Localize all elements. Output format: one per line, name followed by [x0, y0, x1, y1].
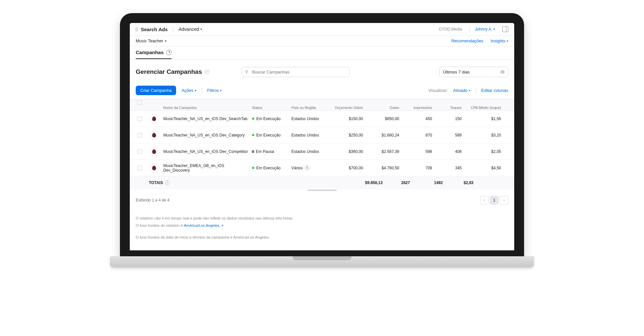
campaign-cpa: $3,20 [464, 133, 503, 137]
pagination-prev[interactable]: ‹ [480, 196, 489, 204]
table-row[interactable]: MusicTeacher_NA_US_en_iOS Dev_Competitor… [130, 143, 514, 160]
search-icon: ⚲ [245, 70, 248, 74]
totals-spend: $9.858,13 [365, 180, 401, 185]
nav-insights-label: Insights [491, 38, 505, 43]
campaign-name[interactable]: MusicTeacher_EMEA_GB_en_iOS Dev_Discover… [161, 163, 250, 173]
campaign-region: Estados Unidos [289, 116, 329, 121]
campaign-budget: $360,00 [329, 149, 365, 154]
breadcrumb-app-label: Music Teacher [136, 38, 163, 43]
tab-campaigns[interactable]: Campanhas [136, 50, 172, 59]
col-region[interactable]: País ou Região [289, 106, 329, 110]
campaign-taps: 150 [434, 116, 464, 121]
chevron-down-icon: ▾ [507, 39, 508, 43]
campaign-cpa: $2,05 [464, 149, 503, 154]
nav-insights[interactable]: Insights ▾ [491, 38, 508, 43]
filters-dropdown[interactable]: Filtros ▾ [207, 88, 222, 93]
pagination-info: Exibindo 1 a 4 de 4 [136, 198, 170, 202]
campaign-impressions: 709 [401, 166, 434, 170]
campaign-region: Estados Unidos [289, 149, 329, 154]
search-input[interactable] [242, 67, 350, 77]
campaign-impressions: 870 [401, 133, 434, 137]
footer-line-2: O fuso horário do relatório é América/Lo… [136, 222, 508, 229]
edit-columns-button[interactable]: Editar colunas [481, 88, 508, 93]
help-icon[interactable]: ? [205, 70, 209, 74]
footer-line-3: O fuso horário da data de início e térmi… [136, 234, 508, 241]
org-name: OTOD Media [439, 27, 462, 32]
pagination-next[interactable]: › [500, 196, 508, 204]
campaign-taps: 408 [434, 149, 464, 154]
col-taps[interactable]: Toques [434, 106, 464, 110]
status-running-icon [252, 134, 254, 136]
select-all-checkbox[interactable] [137, 100, 142, 105]
divider [476, 88, 476, 94]
date-range-picker[interactable]: Últimos 7 dias 📅︎ [439, 67, 508, 77]
help-icon[interactable]: ? [165, 180, 170, 185]
col-impressions[interactable]: Impressões [401, 106, 434, 110]
totals-impressions: 2627 [401, 180, 434, 185]
campaign-status: Em Pausa [252, 149, 288, 154]
nav-recommendations[interactable]: Recomendações [451, 38, 484, 43]
actions-dropdown[interactable]: Ações ▾ [181, 88, 196, 93]
divider [173, 26, 173, 32]
user-menu[interactable]: Johnny A. ▾ [475, 27, 495, 32]
table-row[interactable]: MusicTeacher_EMEA_GB_en_iOS Dev_Discover… [130, 160, 514, 176]
action-row: Criar Campanha Ações ▾ Filtros ▾ Visuali… [130, 82, 514, 99]
row-checkbox[interactable] [137, 133, 142, 137]
pagination: ‹ 1 › [480, 196, 508, 204]
status-label: Em Execução [256, 133, 281, 137]
col-spend[interactable]: Gasto [365, 106, 401, 110]
tabs-row: Campanhas [130, 46, 514, 59]
pagination-row: Exibindo 1 a 4 de 4 ‹ 1 › [130, 191, 514, 209]
row-checkbox[interactable] [137, 166, 142, 170]
status-label: Em Execução [256, 116, 281, 121]
campaign-name[interactable]: MusicTeacher_NA_US_en_iOS Dev_Competitor [161, 149, 250, 154]
status-running-icon [252, 167, 254, 169]
campaign-impressions: 598 [401, 149, 434, 154]
app-breadcrumb[interactable]: Music Teacher ▾ [136, 38, 167, 43]
tier-dropdown[interactable]: Advanced ▾ [178, 27, 202, 32]
status-label: Em Pausa [256, 149, 274, 154]
col-budget[interactable]: Orçamento Diário [329, 106, 365, 110]
pagination-page-1[interactable]: 1 [490, 196, 498, 204]
table-header-row: Nome da Campanha Status País ou Região O… [130, 99, 514, 111]
view-toggle[interactable]: Ativado ▾ [453, 88, 470, 93]
campaign-spend: $2.567,39 [365, 149, 401, 154]
create-campaign-button[interactable]: Criar Campanha [136, 86, 176, 95]
campaign-status: Em Execução [252, 166, 288, 170]
campaign-budget: $250,00 [329, 133, 365, 137]
row-checkbox[interactable] [137, 116, 142, 121]
history-icon[interactable] [166, 50, 172, 55]
app-icon [150, 131, 158, 139]
chevron-down-icon: ▾ [220, 89, 222, 92]
campaign-name[interactable]: MusicTeacher_NA_US_en_iOS Dev_SearchTab [161, 116, 250, 121]
col-name[interactable]: Nome da Campanha [147, 106, 250, 110]
timezone-link[interactable]: América/Los Angeles. ▾ [184, 222, 223, 229]
table-row[interactable]: MusicTeacher_NA_US_en_iOS Dev_SearchTab … [130, 111, 514, 127]
app-subheader: Music Teacher ▾ Recomendações Insights ▾ [130, 36, 514, 46]
report-footer: O relatório não é em tempo real e pode n… [130, 209, 514, 250]
row-checkbox[interactable] [137, 149, 142, 154]
divider [202, 88, 202, 94]
search-campaigns[interactable]: ⚲ [242, 67, 350, 77]
filters-label: Filtros [207, 88, 219, 93]
col-status[interactable]: Status [250, 106, 289, 110]
campaign-name[interactable]: MusicTeacher_NA_US_en_iOS Dev_Category [161, 133, 250, 137]
tab-campaigns-label: Campanhas [136, 50, 164, 55]
campaign-region: Estados Unidos [289, 133, 329, 137]
campaign-budget: $150,00 [329, 116, 365, 121]
table-totals-row: TOTAIS ? $9.858,13 2627 1492 $2,83 [130, 176, 514, 189]
chevron-down-icon: ▾ [469, 89, 471, 92]
footer-line-1: O relatório não é em tempo real e pode n… [136, 215, 508, 222]
table-row[interactable]: MusicTeacher_NA_US_en_iOS Dev_Category E… [130, 127, 514, 143]
campaign-region: Vários6 [289, 165, 329, 171]
app-icon [150, 147, 158, 156]
divider [469, 26, 470, 32]
campaigns-table: Nome da Campanha Status País ou Região O… [130, 99, 514, 191]
view-value: Ativado [453, 88, 467, 93]
campaign-taps: 589 [434, 133, 464, 137]
panel-toggle-icon[interactable] [502, 26, 508, 32]
campaign-spend: $4.760,50 [365, 166, 401, 170]
col-cpa[interactable]: CPA Médio (toque) [464, 106, 503, 110]
campaign-status: Em Execução [252, 116, 288, 121]
app-icon [150, 115, 158, 123]
